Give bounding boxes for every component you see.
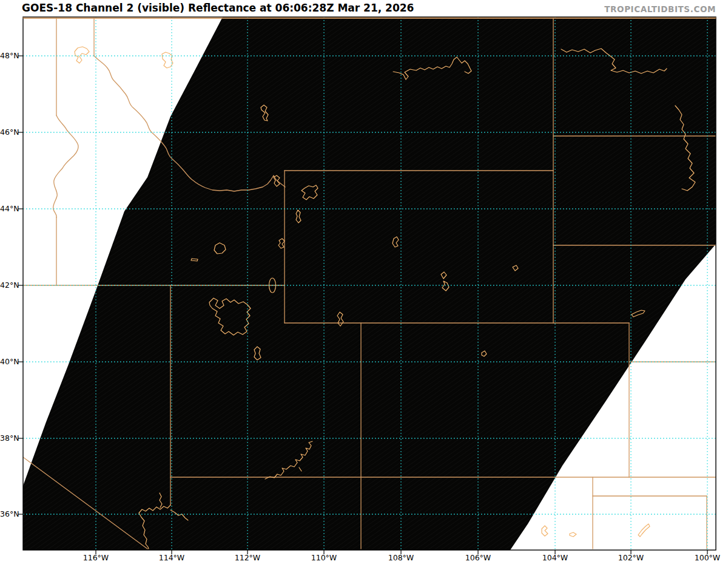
axis-label-38°N: 38°N bbox=[0, 433, 19, 443]
satellite-map-figure: { "header": { "title": "GOES-18 Channel … bbox=[0, 0, 728, 564]
lake-meredith bbox=[638, 524, 650, 537]
axis-label-110°W: 110°W bbox=[306, 553, 342, 562]
axis-label-114°W: 114°W bbox=[153, 553, 190, 562]
axis-label-116°W: 116°W bbox=[78, 553, 114, 562]
border-snake-river-id-or bbox=[53, 115, 78, 217]
axis-label-106°W: 106°W bbox=[460, 553, 496, 562]
axis-label-36°N: 36°N bbox=[0, 509, 19, 519]
axis-label-46°N: 46°N bbox=[0, 127, 19, 137]
axis-label-112°W: 112°W bbox=[229, 553, 266, 562]
lake-pend-oreille bbox=[75, 47, 89, 63]
map-plot-area bbox=[0, 0, 728, 564]
flathead-lake bbox=[162, 52, 173, 68]
conchas-lake bbox=[542, 526, 548, 536]
axis-label-42°N: 42°N bbox=[0, 280, 19, 290]
axis-label-104°W: 104°W bbox=[537, 553, 573, 562]
axis-label-108°W: 108°W bbox=[383, 553, 419, 562]
axis-label-40°N: 40°N bbox=[0, 357, 19, 367]
axis-label-100°W: 100°W bbox=[689, 553, 726, 562]
axis-label-102°W: 102°W bbox=[613, 553, 649, 562]
axis-label-48°N: 48°N bbox=[0, 51, 19, 61]
ute-reservoir bbox=[570, 532, 576, 537]
axis-label-44°N: 44°N bbox=[0, 204, 19, 214]
